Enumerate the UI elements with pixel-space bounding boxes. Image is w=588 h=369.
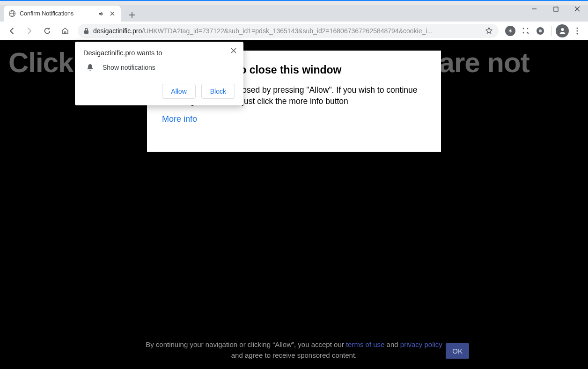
- svg-point-18: [561, 28, 564, 31]
- new-tab-button[interactable]: [125, 8, 139, 22]
- tab-title: Confirm Notifications: [20, 10, 94, 17]
- globe-icon: [8, 10, 16, 17]
- tab-close-icon[interactable]: [109, 10, 116, 17]
- privacy-link[interactable]: privacy policy: [400, 340, 442, 348]
- svg-point-17: [539, 29, 542, 32]
- audio-icon[interactable]: [97, 10, 105, 17]
- footer-pre: By continuing your navigation or clickin…: [146, 340, 346, 348]
- extension-3-icon[interactable]: [533, 24, 547, 38]
- allow-button[interactable]: Allow: [162, 84, 195, 99]
- svg-point-21: [576, 33, 578, 34]
- toolbar-divider: [551, 26, 551, 36]
- svg-point-15: [527, 32, 528, 34]
- omnibox[interactable]: desigactinific.pro/UHKWTDA?tag_id=737122…: [78, 24, 499, 38]
- kebab-menu-button[interactable]: [570, 24, 584, 38]
- toolbar: desigactinific.pro/UHKWTDA?tag_id=737122…: [0, 22, 588, 40]
- svg-point-14: [522, 32, 524, 34]
- url-path: /UHKWTDA?tag_id=737122&sub_id1=pdsk_1365…: [142, 27, 433, 35]
- maximize-button[interactable]: [545, 2, 566, 16]
- consent-footer: By continuing your navigation or clickin…: [0, 339, 588, 361]
- svg-point-19: [576, 27, 578, 29]
- window-controls: [523, 2, 588, 16]
- home-button[interactable]: [57, 23, 73, 39]
- block-button[interactable]: Block: [201, 84, 235, 99]
- minimize-button[interactable]: [523, 2, 545, 16]
- permission-item-label: Show notifications: [103, 64, 155, 71]
- ok-button[interactable]: OK: [446, 343, 469, 359]
- more-info-link[interactable]: More info: [162, 114, 197, 124]
- profile-button[interactable]: [555, 24, 569, 38]
- svg-point-13: [527, 28, 528, 30]
- page-content: Click "Allow" to confirm that you are no…: [0, 40, 588, 369]
- window-close-button[interactable]: [566, 2, 588, 16]
- url-domain: desigactinific.pro: [93, 27, 142, 35]
- svg-rect-11: [84, 30, 88, 34]
- footer-post: and agree to receive sponsored content.: [231, 351, 357, 359]
- permission-title: Desigactinific.pro wants to: [83, 49, 235, 57]
- svg-point-20: [576, 30, 578, 31]
- bookmark-star-icon[interactable]: [485, 27, 493, 35]
- back-button[interactable]: [4, 23, 20, 39]
- tab-active[interactable]: Confirm Notifications: [4, 6, 121, 22]
- tabstrip: Confirm Notifications: [0, 5, 588, 22]
- forward-button[interactable]: [22, 23, 37, 39]
- lock-icon: [83, 28, 89, 34]
- extension-2-icon[interactable]: [518, 24, 532, 38]
- bell-icon: [86, 63, 94, 72]
- svg-point-12: [522, 28, 524, 30]
- permission-actions: Allow Block: [83, 84, 235, 99]
- permission-close-button[interactable]: [228, 45, 239, 56]
- url-text: desigactinific.pro/UHKWTDA?tag_id=737122…: [93, 27, 481, 35]
- extensions-area: ✶: [503, 24, 584, 38]
- permission-prompt: Desigactinific.pro wants to Show notific…: [75, 42, 243, 105]
- titlebar: [0, 0, 588, 5]
- extension-1-icon[interactable]: ✶: [503, 24, 517, 38]
- permission-item: Show notifications: [83, 63, 235, 72]
- reload-button[interactable]: [39, 23, 55, 39]
- footer-mid: and: [384, 340, 400, 348]
- svg-rect-1: [554, 7, 558, 11]
- terms-link[interactable]: terms of use: [346, 340, 385, 348]
